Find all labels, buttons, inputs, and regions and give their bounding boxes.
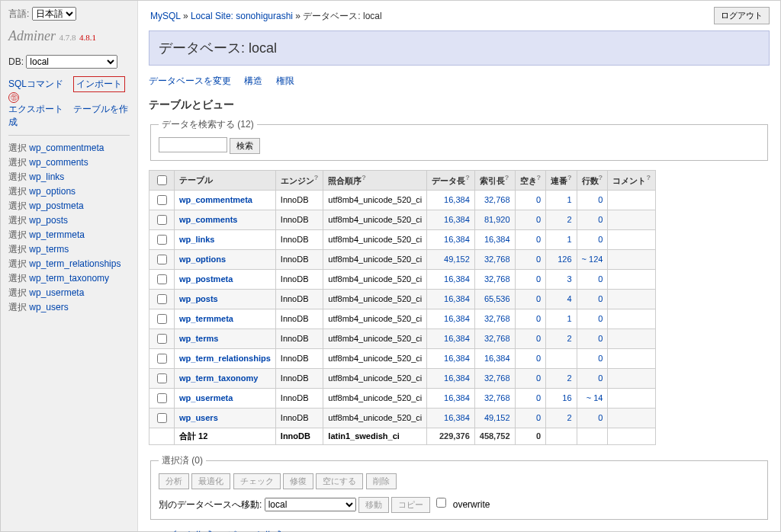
create-table-link[interactable]: テーブルを作成 [149,530,213,533]
export-link[interactable]: エクスポート [8,104,63,114]
table-name-link[interactable]: wp_term_relationships [179,354,271,363]
sidebar-table-link[interactable]: wp_comments [29,157,88,168]
row-checkbox[interactable] [157,215,167,225]
table-name-link[interactable]: wp_term_taxonomy [179,373,258,383]
row-checkbox[interactable] [157,235,167,245]
cell-data-length: 16,384 [427,289,475,309]
cell-auto-increment: 1 [546,309,577,328]
sidebar-table-link[interactable]: wp_options [29,186,76,197]
cell-rows: 0 [577,309,608,328]
cell-comment [608,190,656,210]
sql-command-link[interactable]: SQLコマンド [8,79,63,89]
db-select[interactable]: local [26,55,117,69]
move-db-select[interactable]: local [265,498,356,511]
sidebar-table-link[interactable]: wp_usermeta [29,287,84,298]
sidebar-table-link[interactable]: wp_links [29,171,64,182]
table-name-link[interactable]: wp_terms [179,334,218,343]
th-free[interactable]: 空き? [515,170,546,190]
truncate-button[interactable]: 空にする [316,473,363,489]
analyze-button[interactable]: 分析 [159,473,189,489]
sidebar-table-link[interactable]: wp_posts [29,215,68,226]
row-checkbox[interactable] [157,334,167,344]
sidebar-table-link[interactable]: wp_term_taxonomy [29,273,109,284]
th-rows[interactable]: 行数? [577,170,608,190]
table-row: wp_linksInnoDButf8mb4_unicode_520_ci16,3… [149,229,656,249]
search-button[interactable]: 検索 [230,138,260,154]
cell-index-length: 16,384 [474,348,515,368]
table-row: wp_term_relationshipsInnoDButf8mb4_unico… [149,348,656,368]
table-name-link[interactable]: wp_termmeta [179,314,233,323]
table-name-link[interactable]: wp_commentmeta [179,195,252,204]
table-row: wp_commentmetaInnoDButf8mb4_unicode_520_… [149,190,656,210]
optimize-button[interactable]: 最適化 [191,473,230,489]
row-checkbox[interactable] [157,354,167,364]
cell-free: 0 [515,309,546,328]
row-checkbox[interactable] [157,195,167,205]
main: ログアウト MySQL » Local Site: sonohigurashi … [138,1,780,531]
import-link[interactable]: インポート [76,79,122,89]
check-button[interactable]: チェック [233,473,281,489]
table-name-link[interactable]: wp_posts [179,294,218,303]
logout-button[interactable]: ログアウト [714,7,770,24]
th-data-length[interactable]: データ長? [427,170,475,190]
logo-version-latest: 4.8.1 [79,33,96,42]
overwrite-checkbox[interactable] [436,498,446,508]
table-row: wp_termmetaInnoDButf8mb4_unicode_520_ci1… [149,309,656,328]
cell-index-length: 32,768 [474,328,515,348]
change-db-link[interactable]: データベースを変更 [149,75,231,86]
breadcrumb-db: データベース: local [303,11,381,21]
cell-index-length: 16,384 [474,229,515,249]
language-label: 言語: [8,8,29,19]
privileges-link[interactable]: 権限 [276,75,294,86]
create-view-link[interactable]: ビューを作成 [227,530,282,533]
row-checkbox[interactable] [157,393,167,403]
table-name-link[interactable]: wp_users [179,413,218,422]
table-row: wp_usersInnoDButf8mb4_unicode_520_ci16,3… [149,408,656,428]
cell-free: 0 [515,210,546,229]
table-footer: 合計 12 InnoDB latin1_swedish_ci 229,376 4… [149,428,656,444]
check-all[interactable] [157,175,167,185]
cell-engine: InnoDB [275,348,323,368]
sidebar-table-link[interactable]: wp_terms [29,244,69,255]
move-button[interactable]: 移動 [358,497,389,513]
row-checkbox[interactable] [157,274,167,284]
th-table[interactable]: テーブル [175,170,276,190]
sidebar-table-item: 選択 wp_options [8,185,130,198]
cell-index-length: 49,152 [474,408,515,428]
sidebar-table-link[interactable]: wp_termmeta [29,229,85,240]
search-input[interactable] [159,137,227,152]
repair-button[interactable]: 修復 [283,473,313,489]
drop-button[interactable]: 削除 [366,473,397,489]
cell-collation: utf8mb4_unicode_520_ci [323,289,427,309]
row-checkbox[interactable] [157,413,167,423]
row-checkbox[interactable] [157,373,167,383]
th-index-length[interactable]: 索引長? [474,170,515,190]
row-checkbox[interactable] [157,294,167,304]
language-select[interactable]: 日本語 [32,7,76,21]
th-engine[interactable]: エンジン? [275,170,323,190]
cell-auto-increment: 1 [546,229,577,249]
sidebar-table-link[interactable]: wp_commentmeta [29,143,104,153]
table-name-link[interactable]: wp_postmeta [179,274,233,284]
sidebar-table-link[interactable]: wp_postmeta [29,200,83,211]
table-name-link[interactable]: wp_comments [179,215,237,224]
table-name-link[interactable]: wp_links [179,235,214,244]
cell-engine: InnoDB [275,309,323,328]
sidebar-table-link[interactable]: wp_term_relationships [29,258,121,269]
breadcrumb-mysql[interactable]: MySQL [150,11,181,21]
sidebar-table-item: 選択 wp_usermeta [8,287,130,300]
structure-link[interactable]: 構造 [244,75,262,86]
copy-button[interactable]: コピー [391,497,430,513]
breadcrumb-site[interactable]: Local Site: sonohigurashi [191,11,293,21]
row-checkbox[interactable] [157,255,167,264]
table-row: wp_postmetaInnoDButf8mb4_unicode_520_ci1… [149,269,656,289]
table-name-link[interactable]: wp_usermeta [179,393,233,402]
table-name-link[interactable]: wp_options [179,255,226,264]
table-row: wp_optionsInnoDButf8mb4_unicode_520_ci49… [149,249,656,269]
th-collation[interactable]: 照合順序? [323,170,427,190]
th-auto-increment[interactable]: 連番? [546,170,577,190]
cell-collation: utf8mb4_unicode_520_ci [323,269,427,289]
row-checkbox[interactable] [157,314,167,324]
sidebar-table-link[interactable]: wp_users [29,302,68,312]
th-comment[interactable]: コメント? [608,170,656,190]
